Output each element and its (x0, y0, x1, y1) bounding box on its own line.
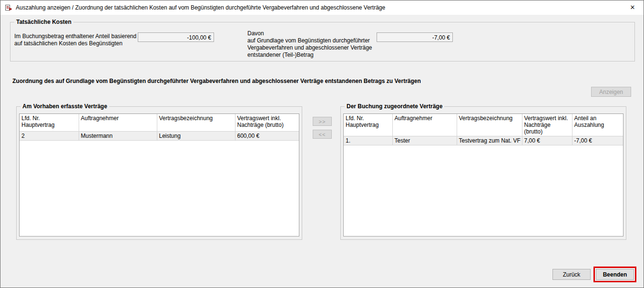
booking-share-value[interactable]: -100,00 € (138, 32, 214, 42)
column-header-vertragsbezeichnung[interactable]: Vertragsbezeichnung (457, 114, 522, 136)
assignment-section-label: Zuordnung des auf Grundlage vom Begünsti… (12, 78, 421, 84)
app-icon (5, 4, 12, 11)
move-right-button[interactable]: >> (313, 117, 332, 126)
column-header-vertragsbezeichnung[interactable]: Vertragsbezeichnung (157, 114, 235, 131)
cell-lfd-nr: 2 (20, 131, 79, 140)
cell-vertragswert: 600,00 € (235, 131, 299, 140)
cell-vertragsbezeichnung: Leistung (157, 131, 235, 140)
table-row[interactable]: 1. Tester Testvertrag zum Nat. VF 7,00 €… (344, 136, 623, 145)
column-header-vertragswert[interactable]: Vertragswert inkl. Nachträge (brutto) (235, 114, 299, 131)
contracts-table-left-wrap: Lfd. Nr. Hauptvertrag Auftragnehmer Vert… (19, 113, 299, 237)
cell-auftragnehmer: Tester (392, 136, 457, 145)
anzeigen-button[interactable]: Anzeigen (591, 87, 631, 97)
window-title: Auszahlung anzeigen / Zuordnung der tats… (16, 4, 385, 11)
column-header-auftragnehmer[interactable]: Auftragnehmer (79, 114, 157, 131)
group-tatsaechliche-kosten: Tatsächliche Kosten Im Buchungsbetrag en… (10, 22, 635, 62)
group-title-zugeordnete-vertraege: Der Buchung zugeordnete Verträge (345, 103, 444, 110)
cell-vertragswert: 7,00 € (522, 136, 572, 145)
column-header-auftragnehmer[interactable]: Auftragnehmer (392, 114, 457, 136)
close-button[interactable]: ✕ (622, 0, 644, 14)
cell-anteil: -7,00 € (572, 136, 623, 145)
column-header-vertragswert[interactable]: Vertragswert inkl. Nachträge (brutto) (522, 114, 572, 136)
group-erfasste-vertraege: Am Vorhaben erfasste Verträge Lfd. Nr. H… (16, 106, 302, 240)
column-header-lfd-nr[interactable]: Lfd. Nr. Hauptvertrag (20, 114, 79, 131)
move-left-button[interactable]: << (313, 130, 332, 139)
contracts-table-right: Lfd. Nr. Hauptvertrag Auftragnehmer Vert… (344, 114, 623, 145)
davon-label: Davon auf Grundlage vom Begünstigten dur… (247, 30, 372, 59)
cell-auftragnehmer: Mustermann (79, 131, 157, 140)
header-row: Lfd. Nr. Hauptvertrag Auftragnehmer Vert… (344, 114, 623, 136)
beenden-button[interactable]: Beenden (596, 269, 634, 280)
contracts-table-left: Lfd. Nr. Hauptvertrag Auftragnehmer Vert… (20, 114, 299, 141)
cell-vertragsbezeichnung: Testvertrag zum Nat. VF (457, 136, 522, 145)
column-header-lfd-nr[interactable]: Lfd. Nr. Hauptvertrag (344, 114, 392, 136)
dialog-window: Auszahlung anzeigen / Zuordnung der tats… (0, 0, 644, 288)
cell-lfd-nr: 1. (344, 136, 392, 145)
titlebar: Auszahlung anzeigen / Zuordnung der tats… (0, 0, 644, 15)
table-row[interactable]: 2 Mustermann Leistung 600,00 € (20, 131, 299, 140)
partial-amount-value[interactable]: -7,00 € (377, 32, 453, 42)
group-title-tatsaechliche-kosten: Tatsächliche Kosten (14, 19, 73, 25)
group-title-erfasste-vertraege: Am Vorhaben erfasste Verträge (20, 103, 109, 110)
column-header-anteil[interactable]: Anteil an Auszahlung (572, 114, 623, 136)
contracts-table-right-wrap: Lfd. Nr. Hauptvertrag Auftragnehmer Vert… (343, 113, 624, 237)
header-row: Lfd. Nr. Hauptvertrag Auftragnehmer Vert… (20, 114, 299, 131)
close-icon: ✕ (630, 4, 635, 11)
booking-share-label: Im Buchungsbetrag enthaltener Anteil bas… (14, 33, 136, 47)
group-zugeordnete-vertraege: Der Buchung zugeordnete Verträge Lfd. Nr… (340, 106, 626, 240)
zurueck-button[interactable]: Zurück (552, 269, 591, 280)
